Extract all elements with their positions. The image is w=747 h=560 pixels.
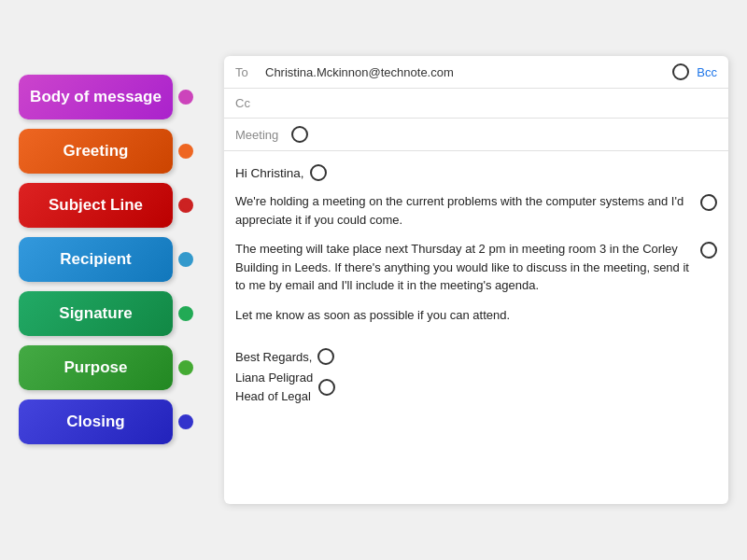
to-value: Christina.Mckinnon@technote.com — [265, 65, 667, 79]
cc-field: Cc — [224, 89, 728, 119]
label-purpose: Purpose — [19, 345, 205, 390]
subject-label: Meeting — [235, 128, 278, 142]
closing-connector-dot — [178, 414, 193, 429]
para2: The meeting will take place next Thursda… — [235, 240, 717, 295]
subject-button[interactable]: Subject Line — [19, 183, 173, 228]
sig-dot[interactable] — [318, 379, 335, 396]
cc-label: Cc — [235, 96, 265, 110]
email-panel: To Christina.Mckinnon@technote.com Bcc C… — [224, 56, 728, 504]
recipient-button[interactable]: Recipient — [19, 237, 173, 282]
para1: We're holding a meeting on the current p… — [235, 192, 717, 229]
recipient-connector-dot — [178, 252, 193, 267]
para3-text: Let me know as soon as possible if you c… — [235, 306, 717, 325]
bcc-link[interactable]: Bcc — [697, 65, 717, 79]
label-recipient: Recipient — [19, 237, 205, 282]
closing-button[interactable]: Closing — [19, 399, 173, 444]
para2-text: The meeting will take place next Thursda… — [235, 240, 695, 295]
para2-dot[interactable] — [700, 242, 717, 259]
subject-connector-dot — [178, 198, 193, 213]
body-button[interactable]: Body of message — [19, 75, 173, 119]
label-closing: Closing — [19, 399, 205, 444]
para1-text: We're holding a meeting on the current p… — [235, 192, 695, 229]
signature-button[interactable]: Signature — [19, 291, 173, 336]
greeting-button[interactable]: Greeting — [19, 129, 173, 174]
label-subject: Subject Line — [19, 183, 205, 228]
label-signature: Signature — [19, 291, 205, 336]
label-body: Body of message — [19, 75, 205, 119]
main-container: Body of message Greeting Subject Line Re… — [0, 37, 747, 523]
body-connector-dot — [178, 90, 193, 105]
greeting-connector-dot — [178, 144, 193, 159]
closing-text: Best Regards, — [235, 350, 312, 364]
para1-dot[interactable] — [700, 194, 717, 211]
subject-dot[interactable] — [291, 126, 308, 143]
closing-dot[interactable] — [317, 348, 334, 365]
to-field: To Christina.Mckinnon@technote.com Bcc — [224, 56, 728, 89]
para3: Let me know as soon as possible if you c… — [235, 306, 717, 325]
label-greeting: Greeting — [19, 129, 205, 174]
purpose-button[interactable]: Purpose — [19, 345, 173, 390]
greeting-text: Hi Christina, — [235, 166, 304, 180]
to-label: To — [235, 65, 265, 79]
sig-title: Head of Legal — [235, 387, 313, 406]
greeting-dot[interactable] — [310, 164, 327, 181]
sig-name: Liana Peligrad — [235, 369, 313, 387]
signature-connector-dot — [178, 306, 193, 321]
sig-block: Liana Peligrad Head of Legal — [235, 369, 313, 405]
purpose-connector-dot — [178, 360, 193, 375]
signature-line: Liana Peligrad Head of Legal — [235, 369, 717, 405]
to-dot[interactable] — [672, 63, 689, 80]
closing-line: Best Regards, — [235, 348, 717, 365]
email-body: Hi Christina, We're holding a meeting on… — [224, 151, 728, 348]
closing-section: Best Regards, Liana Peligrad Head of Leg… — [224, 348, 728, 418]
subject-field: Meeting — [224, 119, 728, 151]
labels-panel: Body of message Greeting Subject Line Re… — [19, 56, 205, 444]
greeting-line: Hi Christina, — [235, 164, 717, 181]
